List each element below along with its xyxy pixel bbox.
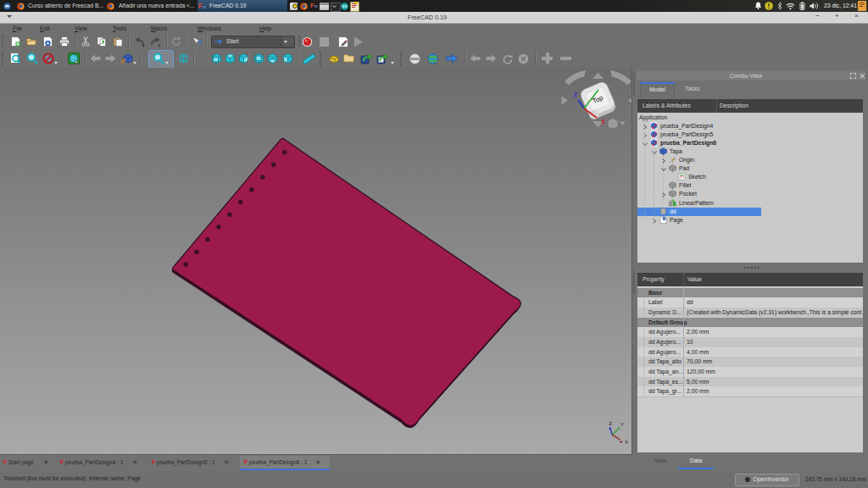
svg-text:Z: Z <box>574 92 578 97</box>
svg-text:Z: Z <box>609 421 612 426</box>
svg-text:X: X <box>625 440 628 445</box>
svg-text:Y: Y <box>620 422 624 427</box>
svg-text:X: X <box>601 119 605 125</box>
svg-text:?: ? <box>198 38 203 47</box>
